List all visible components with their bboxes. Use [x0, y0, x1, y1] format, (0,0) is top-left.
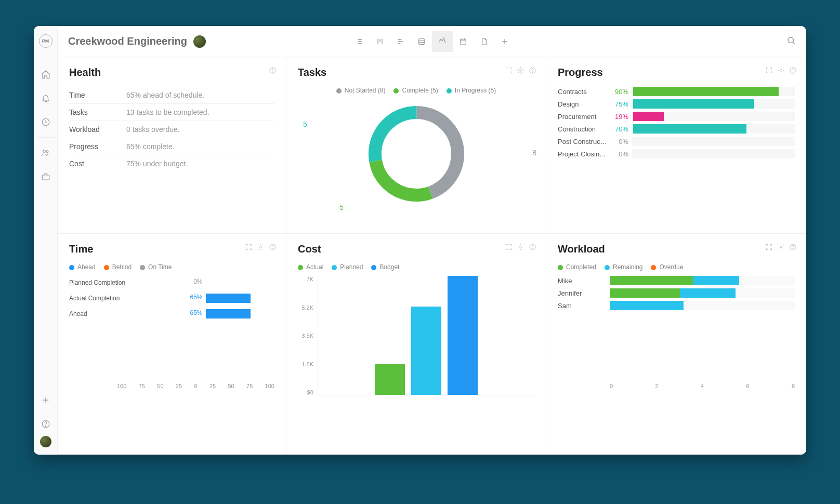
progress-bar-fill [633, 112, 664, 121]
gear-icon[interactable] [777, 67, 785, 76]
axis-tick: 7K [298, 276, 313, 282]
sidebar: PM [34, 26, 58, 455]
progress-row: Procurement 19% [558, 112, 795, 121]
health-key: Cost [69, 160, 126, 168]
gear-icon[interactable] [517, 67, 524, 76]
health-value: 75% under budget. [126, 160, 188, 168]
progress-row: Design 75% [558, 99, 795, 109]
expand-icon[interactable] [765, 243, 773, 253]
expand-icon[interactable] [245, 243, 253, 253]
health-value: 13 tasks to be completed. [126, 108, 209, 116]
svg-rect-3 [42, 175, 49, 180]
progress-row: Post Constructi... 0% [558, 137, 795, 146]
legend-dot-icon [104, 265, 109, 270]
axis-tick: 8 [792, 383, 795, 389]
view-board-icon[interactable] [370, 31, 390, 52]
progress-row: Contracts 90% [558, 87, 795, 96]
help-icon[interactable] [269, 67, 277, 76]
tasks-donut: 5 8 5 [298, 99, 534, 208]
gear-icon[interactable] [517, 243, 524, 253]
legend-item[interactable]: Not Started (8) [336, 87, 386, 94]
svg-point-28 [793, 248, 793, 249]
time-label: Planned Completion [69, 279, 137, 286]
expand-icon[interactable] [765, 67, 773, 76]
axis-tick: 75 [139, 383, 145, 389]
view-calendar-icon[interactable] [453, 31, 474, 52]
view-list-icon[interactable] [349, 31, 370, 52]
axis-tick: 1.8K [298, 361, 313, 367]
view-dashboard-icon[interactable] [432, 31, 453, 52]
workload-label: Sam [558, 302, 610, 310]
briefcase-icon[interactable] [40, 171, 51, 182]
expand-icon[interactable] [505, 243, 513, 253]
help-icon[interactable] [269, 243, 277, 253]
card-progress: Progress Contracts 90% Design 75% Procur… [546, 57, 806, 234]
card-workload: Workload CompletedRemainingOverdue MikeJ… [546, 234, 806, 455]
time-track: 65% [137, 294, 274, 303]
workload-track [610, 301, 795, 310]
progress-label: Post Constructi... [558, 138, 608, 145]
expand-icon[interactable] [505, 67, 513, 76]
health-key: Tasks [69, 108, 126, 116]
time-track: 0% [137, 278, 274, 287]
progress-bar-track [633, 87, 795, 96]
legend-item[interactable]: Complete (5) [393, 87, 438, 94]
home-icon[interactable] [40, 69, 51, 80]
axis-tick: 6 [746, 383, 749, 389]
legend-dot-icon [332, 265, 337, 270]
legend-dot-icon [605, 265, 610, 270]
gear-icon[interactable] [777, 243, 785, 253]
svg-point-22 [272, 248, 273, 249]
axis-tick: 0 [194, 383, 197, 389]
progress-label: Construction [558, 125, 608, 133]
legend-item[interactable]: Remaining [605, 263, 642, 271]
help-icon[interactable] [789, 67, 797, 76]
app-window: PM Creekwood Engineering [34, 26, 806, 455]
progress-row: Construction 70% [558, 124, 795, 134]
main: Creekwood Engineering Health [58, 26, 806, 455]
card-time: Time AheadBehindOn Time Planned Completi… [58, 234, 286, 455]
health-row: Cost75% under budget. [69, 155, 274, 172]
view-tabs [349, 31, 515, 52]
svg-point-10 [272, 72, 273, 72]
svg-point-20 [260, 246, 262, 248]
progress-row: Project Closin... 0% [558, 149, 795, 158]
help-icon[interactable] [789, 243, 797, 253]
legend-item[interactable]: Planned [332, 263, 363, 271]
legend-item[interactable]: Actual [298, 263, 323, 271]
search-icon[interactable] [786, 36, 796, 47]
axis-tick: 50 [228, 383, 234, 389]
view-gantt-icon[interactable] [390, 31, 411, 52]
user-avatar-sidebar[interactable] [40, 436, 51, 447]
svg-point-23 [520, 246, 522, 248]
legend-dot-icon [393, 88, 399, 94]
axis-tick: $0 [298, 389, 313, 395]
progress-bar-track [633, 112, 795, 121]
add-icon[interactable] [40, 394, 51, 406]
card-title: Cost [298, 243, 534, 255]
people-icon[interactable] [40, 147, 51, 158]
progress-pct: 19% [608, 113, 628, 121]
legend-item[interactable]: Behind [104, 263, 132, 271]
health-key: Time [69, 91, 126, 99]
bell-icon[interactable] [40, 92, 51, 104]
view-file-icon[interactable] [474, 31, 494, 52]
legend-item[interactable]: Ahead [69, 263, 96, 271]
project-avatar[interactable] [193, 35, 206, 48]
legend-item[interactable]: Budget [371, 263, 399, 271]
legend-dot-icon [140, 265, 145, 270]
legend-item[interactable]: In Progress (5) [447, 87, 496, 94]
help-icon[interactable] [529, 67, 536, 76]
view-table-icon[interactable] [411, 31, 432, 52]
legend-item[interactable]: Completed [558, 263, 596, 271]
clock-icon[interactable] [40, 116, 51, 128]
gear-icon[interactable] [257, 243, 265, 253]
logo[interactable]: PM [39, 34, 52, 48]
progress-label: Project Closin... [558, 150, 608, 158]
help-icon[interactable] [529, 243, 536, 253]
view-add-icon[interactable] [494, 31, 515, 52]
help-icon[interactable] [40, 418, 51, 430]
svg-point-25 [532, 248, 533, 249]
legend-item[interactable]: Overdue [651, 263, 683, 271]
legend-item[interactable]: On Time [140, 263, 172, 271]
